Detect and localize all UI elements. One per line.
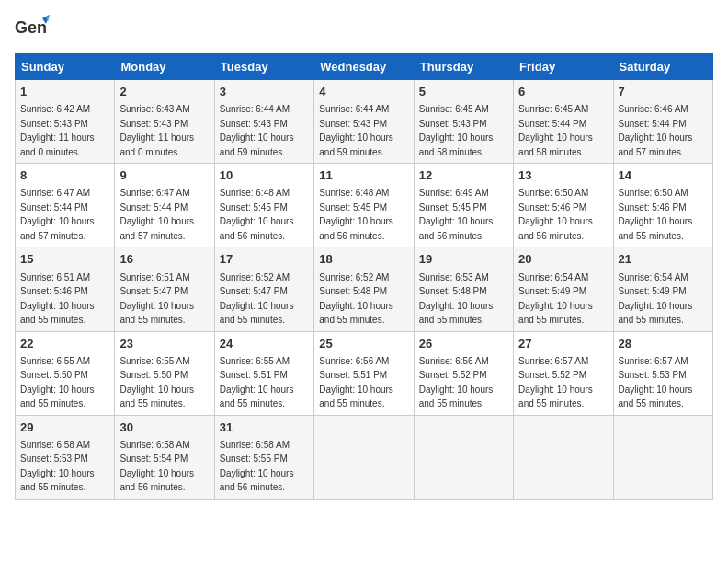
calendar-cell: 2 Sunrise: 6:43 AMSunset: 5:43 PMDayligh… xyxy=(115,80,214,164)
calendar-cell: 21 Sunrise: 6:54 AMSunset: 5:49 PMDaylig… xyxy=(613,247,712,331)
calendar-body: 1 Sunrise: 6:42 AMSunset: 5:43 PMDayligh… xyxy=(16,80,713,500)
cell-info: Sunrise: 6:54 AMSunset: 5:49 PMDaylight:… xyxy=(518,272,593,326)
calendar-cell: 9 Sunrise: 6:47 AMSunset: 5:44 PMDayligh… xyxy=(115,164,214,247)
calendar-cell: 3 Sunrise: 6:44 AMSunset: 5:43 PMDayligh… xyxy=(214,80,313,164)
calendar-cell: 27 Sunrise: 6:57 AMSunset: 5:52 PMDaylig… xyxy=(514,331,613,415)
cell-info: Sunrise: 6:51 AMSunset: 5:47 PMDaylight:… xyxy=(119,272,194,326)
calendar-cell: 4 Sunrise: 6:44 AMSunset: 5:43 PMDayligh… xyxy=(314,80,414,164)
calendar-cell: 14 Sunrise: 6:50 AMSunset: 5:46 PMDaylig… xyxy=(613,164,712,247)
calendar-cell: 7 Sunrise: 6:46 AMSunset: 5:44 PMDayligh… xyxy=(613,80,712,164)
calendar-cell: 20 Sunrise: 6:54 AMSunset: 5:49 PMDaylig… xyxy=(514,247,613,331)
day-number: 29 xyxy=(20,419,109,436)
day-number: 2 xyxy=(119,84,209,100)
calendar-cell: 25 Sunrise: 6:56 AMSunset: 5:51 PMDaylig… xyxy=(314,331,414,415)
calendar-cell xyxy=(514,415,613,499)
day-number: 18 xyxy=(319,251,408,268)
cell-info: Sunrise: 6:58 AMSunset: 5:53 PMDaylight:… xyxy=(20,440,95,493)
cell-info: Sunrise: 6:45 AMSunset: 5:43 PMDaylight:… xyxy=(419,104,494,157)
day-number: 20 xyxy=(518,251,608,268)
calendar-week-4: 22 Sunrise: 6:55 AMSunset: 5:50 PMDaylig… xyxy=(16,331,713,415)
calendar-cell: 31 Sunrise: 6:58 AMSunset: 5:55 PMDaylig… xyxy=(214,415,313,499)
cell-info: Sunrise: 6:55 AMSunset: 5:51 PMDaylight:… xyxy=(220,356,294,409)
cell-info: Sunrise: 6:56 AMSunset: 5:52 PMDaylight:… xyxy=(419,356,494,409)
weekday-header-thursday: Thursday xyxy=(414,54,513,80)
calendar-week-3: 15 Sunrise: 6:51 AMSunset: 5:46 PMDaylig… xyxy=(16,247,713,331)
calendar-cell: 24 Sunrise: 6:55 AMSunset: 5:51 PMDaylig… xyxy=(214,331,313,415)
day-number: 6 xyxy=(518,84,608,100)
weekday-header-sunday: Sunday xyxy=(16,54,115,80)
cell-info: Sunrise: 6:47 AMSunset: 5:44 PMDaylight:… xyxy=(20,188,95,241)
cell-info: Sunrise: 6:56 AMSunset: 5:51 PMDaylight:… xyxy=(319,356,393,409)
cell-info: Sunrise: 6:48 AMSunset: 5:45 PMDaylight:… xyxy=(319,188,393,241)
day-number: 23 xyxy=(119,336,209,352)
cell-info: Sunrise: 6:54 AMSunset: 5:49 PMDaylight:… xyxy=(619,272,693,326)
page-header: Gen xyxy=(15,15,713,44)
cell-info: Sunrise: 6:53 AMSunset: 5:48 PMDaylight:… xyxy=(419,272,494,326)
cell-info: Sunrise: 6:55 AMSunset: 5:50 PMDaylight:… xyxy=(119,356,194,409)
logo-icon: Gen xyxy=(15,15,50,44)
calendar-cell: 19 Sunrise: 6:53 AMSunset: 5:48 PMDaylig… xyxy=(414,247,513,331)
calendar-cell: 11 Sunrise: 6:48 AMSunset: 5:45 PMDaylig… xyxy=(314,164,414,247)
cell-info: Sunrise: 6:55 AMSunset: 5:50 PMDaylight:… xyxy=(20,356,95,409)
calendar-week-1: 1 Sunrise: 6:42 AMSunset: 5:43 PMDayligh… xyxy=(16,80,713,164)
calendar-cell: 6 Sunrise: 6:45 AMSunset: 5:44 PMDayligh… xyxy=(514,80,613,164)
day-number: 13 xyxy=(518,167,608,184)
day-number: 12 xyxy=(419,167,508,184)
cell-info: Sunrise: 6:44 AMSunset: 5:43 PMDaylight:… xyxy=(319,104,393,157)
day-number: 7 xyxy=(619,84,708,100)
calendar-cell: 16 Sunrise: 6:51 AMSunset: 5:47 PMDaylig… xyxy=(115,247,214,331)
cell-info: Sunrise: 6:42 AMSunset: 5:43 PMDaylight:… xyxy=(20,104,95,157)
day-number: 4 xyxy=(319,84,408,100)
day-number: 9 xyxy=(119,167,209,184)
calendar-cell: 1 Sunrise: 6:42 AMSunset: 5:43 PMDayligh… xyxy=(16,80,115,164)
calendar-cell: 28 Sunrise: 6:57 AMSunset: 5:53 PMDaylig… xyxy=(613,331,712,415)
weekday-header-row: SundayMondayTuesdayWednesdayThursdayFrid… xyxy=(16,54,713,80)
calendar-cell: 5 Sunrise: 6:45 AMSunset: 5:43 PMDayligh… xyxy=(414,80,513,164)
weekday-header-monday: Monday xyxy=(115,54,214,80)
calendar-cell xyxy=(414,415,513,499)
day-number: 8 xyxy=(20,167,109,184)
day-number: 17 xyxy=(220,251,309,268)
svg-text:Gen: Gen xyxy=(15,18,47,37)
cell-info: Sunrise: 6:47 AMSunset: 5:44 PMDaylight:… xyxy=(119,188,194,241)
cell-info: Sunrise: 6:51 AMSunset: 5:46 PMDaylight:… xyxy=(20,272,95,326)
day-number: 10 xyxy=(220,167,309,184)
calendar-table: SundayMondayTuesdayWednesdayThursdayFrid… xyxy=(15,53,713,500)
day-number: 1 xyxy=(20,84,109,100)
calendar-cell: 8 Sunrise: 6:47 AMSunset: 5:44 PMDayligh… xyxy=(16,164,115,247)
day-number: 30 xyxy=(119,419,209,436)
calendar-cell: 10 Sunrise: 6:48 AMSunset: 5:45 PMDaylig… xyxy=(214,164,313,247)
cell-info: Sunrise: 6:58 AMSunset: 5:54 PMDaylight:… xyxy=(119,440,194,493)
cell-info: Sunrise: 6:57 AMSunset: 5:53 PMDaylight:… xyxy=(619,356,693,409)
calendar-cell: 13 Sunrise: 6:50 AMSunset: 5:46 PMDaylig… xyxy=(514,164,613,247)
calendar-cell: 30 Sunrise: 6:58 AMSunset: 5:54 PMDaylig… xyxy=(115,415,214,499)
cell-info: Sunrise: 6:50 AMSunset: 5:46 PMDaylight:… xyxy=(518,188,593,241)
day-number: 11 xyxy=(319,167,408,184)
calendar-cell: 22 Sunrise: 6:55 AMSunset: 5:50 PMDaylig… xyxy=(16,331,115,415)
cell-info: Sunrise: 6:57 AMSunset: 5:52 PMDaylight:… xyxy=(518,356,593,409)
calendar-cell: 15 Sunrise: 6:51 AMSunset: 5:46 PMDaylig… xyxy=(16,247,115,331)
day-number: 21 xyxy=(619,251,708,268)
calendar-cell xyxy=(613,415,712,499)
weekday-header-wednesday: Wednesday xyxy=(314,54,414,80)
calendar-cell: 23 Sunrise: 6:55 AMSunset: 5:50 PMDaylig… xyxy=(115,331,214,415)
cell-info: Sunrise: 6:52 AMSunset: 5:48 PMDaylight:… xyxy=(319,272,393,326)
weekday-header-saturday: Saturday xyxy=(613,54,712,80)
cell-info: Sunrise: 6:45 AMSunset: 5:44 PMDaylight:… xyxy=(518,104,593,157)
day-number: 16 xyxy=(119,251,209,268)
calendar-cell: 12 Sunrise: 6:49 AMSunset: 5:45 PMDaylig… xyxy=(414,164,513,247)
day-number: 28 xyxy=(619,336,708,352)
day-number: 31 xyxy=(220,419,309,436)
day-number: 5 xyxy=(419,84,508,100)
cell-info: Sunrise: 6:43 AMSunset: 5:43 PMDaylight:… xyxy=(119,104,194,157)
cell-info: Sunrise: 6:52 AMSunset: 5:47 PMDaylight:… xyxy=(220,272,294,326)
calendar-cell xyxy=(314,415,414,499)
calendar-cell: 18 Sunrise: 6:52 AMSunset: 5:48 PMDaylig… xyxy=(314,247,414,331)
cell-info: Sunrise: 6:48 AMSunset: 5:45 PMDaylight:… xyxy=(220,188,294,241)
calendar-week-2: 8 Sunrise: 6:47 AMSunset: 5:44 PMDayligh… xyxy=(16,164,713,247)
day-number: 25 xyxy=(319,336,408,352)
weekday-header-tuesday: Tuesday xyxy=(214,54,313,80)
calendar-week-5: 29 Sunrise: 6:58 AMSunset: 5:53 PMDaylig… xyxy=(16,415,713,499)
logo: Gen xyxy=(15,15,53,44)
day-number: 14 xyxy=(619,167,708,184)
